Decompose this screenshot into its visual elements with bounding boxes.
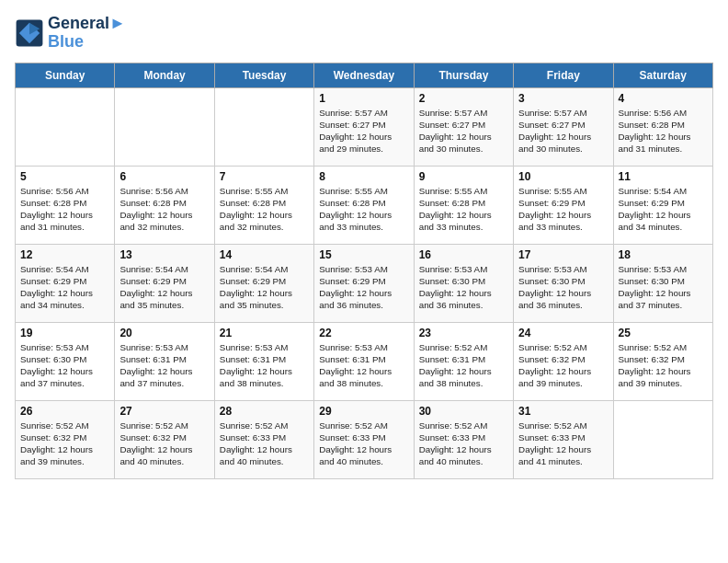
day-number: 6 bbox=[119, 170, 209, 183]
calendar-cell: 10Sunrise: 5:55 AM Sunset: 6:29 PM Dayli… bbox=[514, 166, 613, 244]
calendar-cell: 29Sunrise: 5:52 AM Sunset: 6:33 PM Dayli… bbox=[314, 400, 414, 478]
calendar-week-row: 26Sunrise: 5:52 AM Sunset: 6:32 PM Dayli… bbox=[16, 400, 713, 478]
day-number: 3 bbox=[518, 92, 608, 105]
day-number: 14 bbox=[220, 248, 309, 261]
calendar-cell: 4Sunrise: 5:56 AM Sunset: 6:28 PM Daylig… bbox=[613, 87, 712, 166]
calendar-cell: 12Sunrise: 5:54 AM Sunset: 6:29 PM Dayli… bbox=[16, 244, 115, 322]
calendar-cell: 18Sunrise: 5:53 AM Sunset: 6:30 PM Dayli… bbox=[613, 244, 712, 322]
day-info: Sunrise: 5:52 AM Sunset: 6:31 PM Dayligh… bbox=[419, 341, 508, 390]
calendar-week-row: 1Sunrise: 5:57 AM Sunset: 6:27 PM Daylig… bbox=[16, 87, 713, 166]
logo-text: General► Blue bbox=[48, 15, 126, 52]
day-number: 26 bbox=[20, 405, 109, 418]
calendar-week-row: 19Sunrise: 5:53 AM Sunset: 6:30 PM Dayli… bbox=[16, 322, 713, 400]
calendar-cell: 6Sunrise: 5:56 AM Sunset: 6:28 PM Daylig… bbox=[115, 166, 214, 244]
day-number: 16 bbox=[419, 248, 508, 261]
day-number: 23 bbox=[419, 327, 508, 339]
calendar-table: SundayMondayTuesdayWednesdayThursdayFrid… bbox=[15, 63, 713, 479]
calendar-cell: 24Sunrise: 5:52 AM Sunset: 6:32 PM Dayli… bbox=[514, 322, 613, 400]
calendar-cell: 5Sunrise: 5:56 AM Sunset: 6:28 PM Daylig… bbox=[16, 166, 115, 244]
calendar-cell: 23Sunrise: 5:52 AM Sunset: 6:31 PM Dayli… bbox=[414, 322, 513, 400]
calendar-cell bbox=[613, 400, 712, 478]
day-info: Sunrise: 5:53 AM Sunset: 6:30 PM Dayligh… bbox=[518, 263, 608, 312]
day-number: 2 bbox=[419, 92, 508, 105]
day-info: Sunrise: 5:55 AM Sunset: 6:28 PM Dayligh… bbox=[220, 185, 309, 234]
calendar-week-row: 5Sunrise: 5:56 AM Sunset: 6:28 PM Daylig… bbox=[16, 166, 713, 244]
calendar-week-row: 12Sunrise: 5:54 AM Sunset: 6:29 PM Dayli… bbox=[16, 244, 713, 322]
day-info: Sunrise: 5:54 AM Sunset: 6:29 PM Dayligh… bbox=[20, 263, 109, 312]
calendar-cell: 11Sunrise: 5:54 AM Sunset: 6:29 PM Dayli… bbox=[613, 166, 712, 244]
day-number: 13 bbox=[119, 248, 209, 261]
calendar-cell: 20Sunrise: 5:53 AM Sunset: 6:31 PM Dayli… bbox=[115, 322, 214, 400]
day-info: Sunrise: 5:52 AM Sunset: 6:32 PM Dayligh… bbox=[619, 341, 708, 390]
day-info: Sunrise: 5:57 AM Sunset: 6:27 PM Dayligh… bbox=[319, 107, 408, 155]
day-info: Sunrise: 5:53 AM Sunset: 6:31 PM Dayligh… bbox=[319, 341, 408, 390]
weekday-header: Thursday bbox=[414, 63, 513, 87]
day-number: 8 bbox=[319, 170, 408, 183]
day-number: 27 bbox=[119, 405, 209, 418]
day-info: Sunrise: 5:56 AM Sunset: 6:28 PM Dayligh… bbox=[619, 107, 708, 155]
calendar-cell: 31Sunrise: 5:52 AM Sunset: 6:33 PM Dayli… bbox=[514, 400, 613, 478]
day-info: Sunrise: 5:52 AM Sunset: 6:32 PM Dayligh… bbox=[119, 419, 209, 468]
day-info: Sunrise: 5:54 AM Sunset: 6:29 PM Dayligh… bbox=[619, 185, 708, 234]
page-header: General► Blue bbox=[15, 15, 713, 52]
day-number: 30 bbox=[419, 405, 508, 418]
day-info: Sunrise: 5:53 AM Sunset: 6:31 PM Dayligh… bbox=[119, 341, 209, 390]
weekday-header: Wednesday bbox=[314, 63, 414, 87]
day-number: 28 bbox=[220, 405, 309, 418]
day-number: 10 bbox=[518, 170, 608, 183]
day-number: 18 bbox=[619, 248, 708, 261]
day-info: Sunrise: 5:53 AM Sunset: 6:31 PM Dayligh… bbox=[220, 341, 309, 390]
calendar-cell bbox=[16, 87, 115, 166]
day-info: Sunrise: 5:53 AM Sunset: 6:29 PM Dayligh… bbox=[319, 263, 408, 312]
calendar-cell: 25Sunrise: 5:52 AM Sunset: 6:32 PM Dayli… bbox=[613, 322, 712, 400]
day-info: Sunrise: 5:52 AM Sunset: 6:32 PM Dayligh… bbox=[518, 341, 608, 390]
day-info: Sunrise: 5:52 AM Sunset: 6:32 PM Dayligh… bbox=[20, 419, 109, 468]
day-number: 19 bbox=[20, 327, 109, 339]
day-info: Sunrise: 5:53 AM Sunset: 6:30 PM Dayligh… bbox=[419, 263, 508, 312]
weekday-header-row: SundayMondayTuesdayWednesdayThursdayFrid… bbox=[16, 63, 713, 87]
calendar-cell: 16Sunrise: 5:53 AM Sunset: 6:30 PM Dayli… bbox=[414, 244, 513, 322]
day-number: 1 bbox=[319, 92, 408, 105]
calendar-cell: 3Sunrise: 5:57 AM Sunset: 6:27 PM Daylig… bbox=[514, 87, 613, 166]
calendar-cell: 13Sunrise: 5:54 AM Sunset: 6:29 PM Dayli… bbox=[115, 244, 214, 322]
day-number: 7 bbox=[220, 170, 309, 183]
weekday-header: Tuesday bbox=[214, 63, 313, 87]
day-info: Sunrise: 5:52 AM Sunset: 6:33 PM Dayligh… bbox=[220, 419, 309, 468]
day-info: Sunrise: 5:56 AM Sunset: 6:28 PM Dayligh… bbox=[20, 185, 109, 234]
logo: General► Blue bbox=[15, 15, 126, 52]
day-number: 20 bbox=[119, 327, 209, 339]
day-info: Sunrise: 5:55 AM Sunset: 6:29 PM Dayligh… bbox=[518, 185, 608, 234]
calendar-cell: 8Sunrise: 5:55 AM Sunset: 6:28 PM Daylig… bbox=[314, 166, 414, 244]
day-number: 5 bbox=[20, 170, 109, 183]
day-info: Sunrise: 5:55 AM Sunset: 6:28 PM Dayligh… bbox=[419, 185, 508, 234]
weekday-header: Friday bbox=[514, 63, 613, 87]
calendar-cell bbox=[214, 87, 313, 166]
day-number: 4 bbox=[619, 92, 708, 105]
day-info: Sunrise: 5:52 AM Sunset: 6:33 PM Dayligh… bbox=[419, 419, 508, 468]
day-number: 29 bbox=[319, 405, 408, 418]
calendar-cell: 7Sunrise: 5:55 AM Sunset: 6:28 PM Daylig… bbox=[214, 166, 313, 244]
weekday-header: Monday bbox=[115, 63, 214, 87]
calendar-cell: 28Sunrise: 5:52 AM Sunset: 6:33 PM Dayli… bbox=[214, 400, 313, 478]
calendar-cell: 21Sunrise: 5:53 AM Sunset: 6:31 PM Dayli… bbox=[214, 322, 313, 400]
day-info: Sunrise: 5:57 AM Sunset: 6:27 PM Dayligh… bbox=[518, 107, 608, 155]
calendar-cell: 19Sunrise: 5:53 AM Sunset: 6:30 PM Dayli… bbox=[16, 322, 115, 400]
calendar-cell: 15Sunrise: 5:53 AM Sunset: 6:29 PM Dayli… bbox=[314, 244, 414, 322]
calendar-cell: 2Sunrise: 5:57 AM Sunset: 6:27 PM Daylig… bbox=[414, 87, 513, 166]
calendar-cell: 22Sunrise: 5:53 AM Sunset: 6:31 PM Dayli… bbox=[314, 322, 414, 400]
day-info: Sunrise: 5:57 AM Sunset: 6:27 PM Dayligh… bbox=[419, 107, 508, 155]
day-info: Sunrise: 5:53 AM Sunset: 6:30 PM Dayligh… bbox=[619, 263, 708, 312]
logo-icon bbox=[15, 18, 44, 48]
calendar-cell: 1Sunrise: 5:57 AM Sunset: 6:27 PM Daylig… bbox=[314, 87, 414, 166]
day-info: Sunrise: 5:53 AM Sunset: 6:30 PM Dayligh… bbox=[20, 341, 109, 390]
day-number: 31 bbox=[518, 405, 608, 418]
day-number: 21 bbox=[220, 327, 309, 339]
day-number: 24 bbox=[518, 327, 608, 339]
calendar-cell: 27Sunrise: 5:52 AM Sunset: 6:32 PM Dayli… bbox=[115, 400, 214, 478]
day-info: Sunrise: 5:52 AM Sunset: 6:33 PM Dayligh… bbox=[518, 419, 608, 468]
day-info: Sunrise: 5:54 AM Sunset: 6:29 PM Dayligh… bbox=[119, 263, 209, 312]
day-number: 15 bbox=[319, 248, 408, 261]
weekday-header: Sunday bbox=[16, 63, 115, 87]
day-number: 17 bbox=[518, 248, 608, 261]
calendar-cell: 14Sunrise: 5:54 AM Sunset: 6:29 PM Dayli… bbox=[214, 244, 313, 322]
